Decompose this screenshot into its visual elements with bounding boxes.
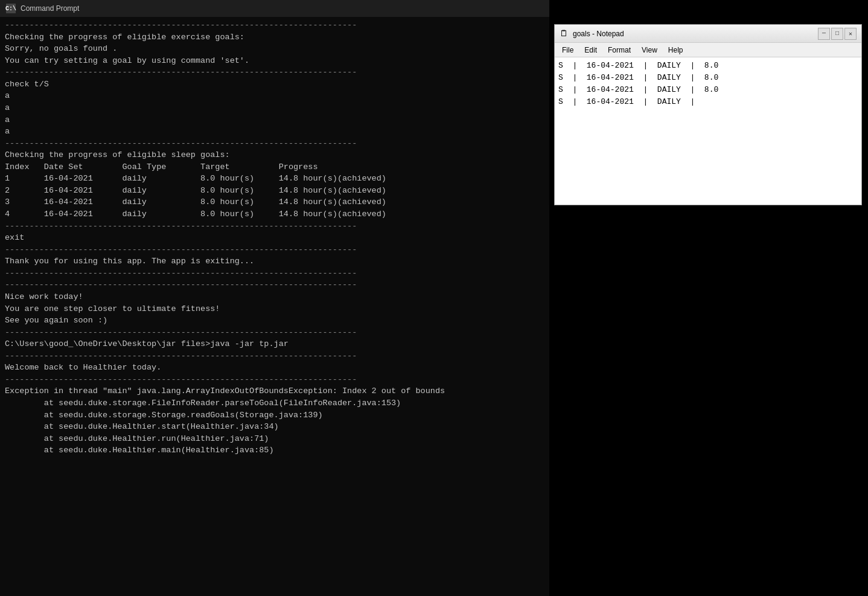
- cmd-line: ----------------------------------------…: [5, 138, 544, 150]
- cmd-line: ----------------------------------------…: [5, 19, 544, 31]
- notepad-title: goals - Notepad: [573, 30, 814, 38]
- cmd-line: a: [5, 102, 544, 114]
- cmd-line: C:\Users\good_\OneDrive\Desktop\jar file…: [5, 338, 544, 350]
- cmd-line: Sorry, no goals found .: [5, 43, 544, 55]
- cmd-line: Checking the progress of eligible exerci…: [5, 31, 544, 43]
- cmd-line: 1 16-04-2021 daily 8.0 hour(s) 14.8 hour…: [5, 173, 544, 185]
- cmd-line: exit: [5, 232, 544, 244]
- cmd-line: at seedu.duke.Healthier.start(Healthier.…: [5, 421, 544, 433]
- notepad-window: 🗒 goals - Notepad ─ □ ✕ File Edit Format…: [554, 24, 862, 205]
- notepad-titlebar: 🗒 goals - Notepad ─ □ ✕: [555, 25, 861, 43]
- cmd-line: ----------------------------------------…: [5, 66, 544, 79]
- notepad-content[interactable]: S | 16-04-2021 | DAILY | 8.0S | 16-04-20…: [555, 57, 861, 205]
- notepad-line: S | 16-04-2021 | DAILY | 8.0: [558, 60, 858, 72]
- minimize-button[interactable]: ─: [818, 28, 830, 40]
- cmd-titlebar: C:\ Command Prompt: [0, 0, 549, 17]
- menu-help[interactable]: Help: [663, 45, 688, 56]
- cmd-line: ----------------------------------------…: [5, 220, 544, 232]
- cmd-line: You are one step closer to ultimate fitn…: [5, 303, 544, 315]
- cmd-line: check t/S: [5, 79, 544, 91]
- cmd-line: Checking the progress of eligible sleep …: [5, 149, 544, 161]
- menu-file[interactable]: File: [557, 45, 578, 56]
- cmd-icon: C:\: [6, 4, 16, 13]
- cmd-line: 4 16-04-2021 daily 8.0 hour(s) 14.8 hour…: [5, 208, 544, 220]
- cmd-line: Exception in thread "main" java.lang.Arr…: [5, 385, 544, 397]
- cmd-line: a: [5, 114, 544, 126]
- cmd-line: See you again soon :): [5, 315, 544, 327]
- cmd-line: You can try setting a goal by using comm…: [5, 55, 544, 67]
- menu-format[interactable]: Format: [603, 45, 636, 56]
- cmd-line: Welcome back to Healthier today.: [5, 362, 544, 374]
- cmd-line: at seedu.duke.Healthier.run(Healthier.ja…: [5, 433, 544, 445]
- cmd-line: Index Date Set Goal Type Target Progress: [5, 161, 544, 173]
- notepad-icon: 🗒: [560, 29, 569, 39]
- cmd-window: C:\ Command Prompt ---------------------…: [0, 0, 549, 596]
- cmd-line: Nice work today!: [5, 291, 544, 303]
- notepad-line: S | 16-04-2021 | DAILY |: [558, 96, 858, 108]
- notepad-menubar: File Edit Format View Help: [555, 43, 861, 57]
- cmd-line: at seedu.duke.storage.FileInfoReader.par…: [5, 397, 544, 409]
- maximize-button[interactable]: □: [831, 28, 843, 40]
- close-button[interactable]: ✕: [844, 28, 857, 40]
- notepad-controls: ─ □ ✕: [818, 28, 857, 40]
- cmd-line: 2 16-04-2021 daily 8.0 hour(s) 14.8 hour…: [5, 185, 544, 197]
- cmd-line: ----------------------------------------…: [5, 244, 544, 256]
- cmd-line: ----------------------------------------…: [5, 327, 544, 339]
- cmd-line: a: [5, 126, 544, 138]
- notepad-line: S | 16-04-2021 | DAILY | 8.0: [558, 72, 858, 84]
- cmd-line: ----------------------------------------…: [5, 350, 544, 362]
- cmd-line: Thank you for using this app. The app is…: [5, 255, 544, 268]
- cmd-line: at seedu.duke.storage.Storage.readGoals(…: [5, 409, 544, 421]
- cmd-line: ----------------------------------------…: [5, 374, 544, 386]
- cmd-title: Command Prompt: [21, 4, 543, 13]
- menu-edit[interactable]: Edit: [579, 45, 602, 56]
- cmd-line: ----------------------------------------…: [5, 279, 544, 291]
- menu-view[interactable]: View: [637, 45, 662, 56]
- cmd-line: a: [5, 90, 544, 102]
- cmd-line: 3 16-04-2021 daily 8.0 hour(s) 14.8 hour…: [5, 196, 544, 208]
- cmd-line: ----------------------------------------…: [5, 268, 544, 280]
- cmd-line: at seedu.duke.Healthier.main(Healthier.j…: [5, 444, 544, 457]
- cmd-content[interactable]: ----------------------------------------…: [0, 17, 549, 596]
- notepad-line: S | 16-04-2021 | DAILY | 8.0: [558, 84, 858, 96]
